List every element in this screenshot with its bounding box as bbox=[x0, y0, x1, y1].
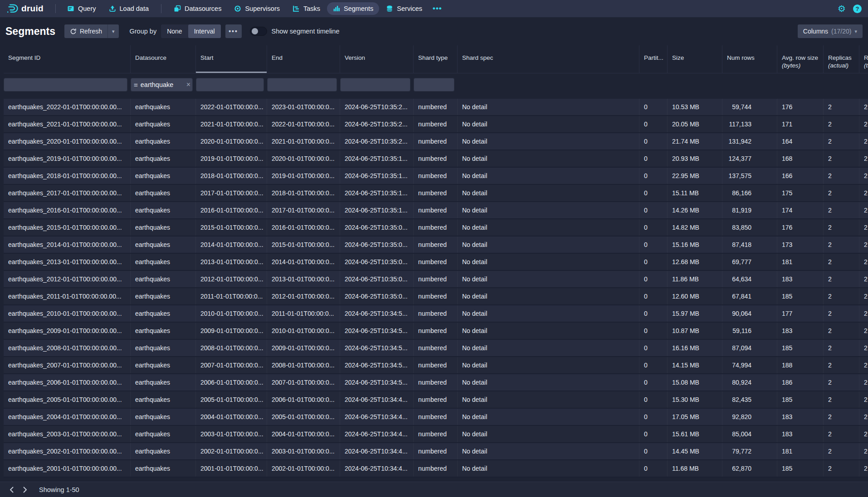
cell-avg_row_size[interactable]: 173 bbox=[777, 236, 824, 253]
cell-size[interactable]: 15.16 MB bbox=[668, 236, 722, 253]
cell-partition[interactable]: 0 bbox=[639, 271, 668, 287]
column-header-segment_id[interactable]: Segment ID bbox=[4, 45, 131, 73]
cell-segment_id[interactable]: earthquakes_2013-01-01T00:00:00.00... bbox=[4, 254, 131, 270]
cell-num_rows[interactable]: 131,942 bbox=[722, 133, 777, 150]
cell-version[interactable]: 2024-06-25T10:35:2... bbox=[340, 116, 414, 132]
cell-datasource[interactable]: earthquakes bbox=[131, 340, 196, 356]
cell-segment_id[interactable]: earthquakes_2008-01-01T00:00:00.00... bbox=[4, 340, 131, 356]
table-row[interactable]: earthquakes_2017-01-01T00:00:00.00...ear… bbox=[4, 185, 868, 202]
cell-num_rows[interactable]: 87,094 bbox=[722, 340, 777, 356]
cell-replicas[interactable]: 2 bbox=[824, 443, 859, 459]
cell-segment_id[interactable]: earthquakes_2003-01-01T00:00:00.00... bbox=[4, 426, 131, 442]
cell-end[interactable]: 2012-01-01T00:00:0... bbox=[267, 288, 340, 304]
cell-shard_spec[interactable]: No detail bbox=[458, 168, 639, 184]
cell-datasource[interactable]: earthquakes bbox=[131, 374, 196, 391]
cell-version[interactable]: 2024-06-25T10:35:0... bbox=[340, 236, 414, 253]
cell-datasource[interactable]: earthquakes bbox=[131, 99, 196, 115]
cell-num_rows[interactable]: 124,377 bbox=[722, 150, 777, 167]
cell-partition[interactable]: 0 bbox=[639, 185, 668, 201]
cell-datasource[interactable]: earthquakes bbox=[131, 288, 196, 304]
cell-segment_id[interactable]: earthquakes_2020-01-01T00:00:00.00... bbox=[4, 133, 131, 150]
cell-replication_factor[interactable]: 2 bbox=[859, 374, 868, 391]
cell-start[interactable]: 2011-01-01T00:00:0... bbox=[196, 288, 267, 304]
cell-replicas[interactable]: 2 bbox=[824, 116, 859, 132]
cell-shard_type[interactable]: numbered bbox=[414, 99, 458, 115]
cell-avg_row_size[interactable]: 168 bbox=[777, 150, 824, 167]
cell-shard_spec[interactable]: No detail bbox=[458, 426, 639, 442]
cell-size[interactable]: 15.97 MB bbox=[668, 305, 722, 322]
table-row[interactable]: earthquakes_2001-01-01T00:00:00.00...ear… bbox=[4, 460, 868, 478]
cell-size[interactable]: 15.61 MB bbox=[668, 426, 722, 442]
cell-start[interactable]: 2016-01-01T00:00:0... bbox=[196, 202, 267, 218]
cell-size[interactable]: 14.26 MB bbox=[668, 202, 722, 218]
cell-end[interactable]: 2005-01-01T00:00:0... bbox=[267, 409, 340, 425]
cell-datasource[interactable]: earthquakes bbox=[131, 409, 196, 425]
cell-datasource[interactable]: earthquakes bbox=[131, 116, 196, 132]
cell-size[interactable]: 22.95 MB bbox=[668, 168, 722, 184]
table-row[interactable]: earthquakes_2020-01-01T00:00:00.00...ear… bbox=[4, 133, 868, 150]
cell-start[interactable]: 2007-01-01T00:00:0... bbox=[196, 357, 267, 373]
cell-avg_row_size[interactable]: 176 bbox=[777, 99, 824, 115]
filter-input-version[interactable] bbox=[340, 78, 410, 92]
cell-segment_id[interactable]: earthquakes_2019-01-01T00:00:00.00... bbox=[4, 150, 131, 167]
cell-start[interactable]: 2005-01-01T00:00:0... bbox=[196, 391, 267, 408]
cell-datasource[interactable]: earthquakes bbox=[131, 426, 196, 442]
cell-partition[interactable]: 0 bbox=[639, 133, 668, 150]
cell-replicas[interactable]: 2 bbox=[824, 219, 859, 236]
table-row[interactable]: earthquakes_2004-01-01T00:00:00.00...ear… bbox=[4, 409, 868, 426]
cell-version[interactable]: 2024-06-25T10:35:2... bbox=[340, 133, 414, 150]
cell-avg_row_size[interactable]: 186 bbox=[777, 374, 824, 391]
cell-version[interactable]: 2024-06-25T10:35:0... bbox=[340, 271, 414, 287]
cell-shard_type[interactable]: numbered bbox=[414, 460, 458, 477]
cell-segment_id[interactable]: earthquakes_2006-01-01T00:00:00.00... bbox=[4, 374, 131, 391]
cell-avg_row_size[interactable]: 177 bbox=[777, 305, 824, 322]
cell-shard_type[interactable]: numbered bbox=[414, 254, 458, 270]
cell-num_rows[interactable]: 87,418 bbox=[722, 236, 777, 253]
cell-replication_factor[interactable]: 2 bbox=[859, 202, 868, 218]
cell-end[interactable]: 2006-01-01T00:00:0... bbox=[267, 391, 340, 408]
cell-avg_row_size[interactable]: 176 bbox=[777, 219, 824, 236]
cell-replicas[interactable]: 2 bbox=[824, 185, 859, 201]
cell-shard_type[interactable]: numbered bbox=[414, 426, 458, 442]
cell-num_rows[interactable]: 117,133 bbox=[722, 116, 777, 132]
cell-replicas[interactable]: 2 bbox=[824, 288, 859, 304]
cell-end[interactable]: 2009-01-01T00:00:0... bbox=[267, 340, 340, 356]
cell-shard_type[interactable]: numbered bbox=[414, 116, 458, 132]
cell-num_rows[interactable]: 59,744 bbox=[722, 99, 777, 115]
column-header-shard_type[interactable]: Shard type bbox=[414, 45, 458, 73]
table-row[interactable]: earthquakes_2002-01-01T00:00:00.00...ear… bbox=[4, 443, 868, 460]
cell-shard_spec[interactable]: No detail bbox=[458, 391, 639, 408]
cell-replicas[interactable]: 2 bbox=[824, 271, 859, 287]
cell-size[interactable]: 20.93 MB bbox=[668, 150, 722, 167]
cell-start[interactable]: 2004-01-01T00:00:0... bbox=[196, 409, 267, 425]
cell-start[interactable]: 2013-01-01T00:00:0... bbox=[196, 254, 267, 270]
table-row[interactable]: earthquakes_2005-01-01T00:00:00.00...ear… bbox=[4, 391, 868, 409]
columns-button[interactable]: Columns (17/20) ▾ bbox=[798, 24, 863, 38]
cell-avg_row_size[interactable]: 174 bbox=[777, 202, 824, 218]
cell-partition[interactable]: 0 bbox=[639, 150, 668, 167]
cell-end[interactable]: 2011-01-01T00:00:0... bbox=[267, 305, 340, 322]
filter-input-start[interactable] bbox=[196, 78, 264, 92]
cell-partition[interactable]: 0 bbox=[639, 374, 668, 391]
cell-version[interactable]: 2024-06-25T10:34:5... bbox=[340, 357, 414, 373]
cell-num_rows[interactable]: 85,004 bbox=[722, 426, 777, 442]
previous-page-button[interactable] bbox=[5, 484, 18, 496]
cell-start[interactable]: 2022-01-01T00:00:0... bbox=[196, 99, 267, 115]
cell-num_rows[interactable]: 86,166 bbox=[722, 185, 777, 201]
cell-shard_type[interactable]: numbered bbox=[414, 391, 458, 408]
cell-end[interactable]: 2021-01-01T00:00:0... bbox=[267, 133, 340, 150]
cell-replication_factor[interactable]: 2 bbox=[859, 391, 868, 408]
cell-size[interactable]: 15.08 MB bbox=[668, 374, 722, 391]
cell-replication_factor[interactable]: 2 bbox=[859, 271, 868, 287]
cell-shard_type[interactable]: numbered bbox=[414, 219, 458, 236]
cell-shard_type[interactable]: numbered bbox=[414, 357, 458, 373]
cell-avg_row_size[interactable]: 183 bbox=[777, 409, 824, 425]
table-row[interactable]: earthquakes_2006-01-01T00:00:00.00...ear… bbox=[4, 374, 868, 391]
cell-size[interactable]: 15.11 MB bbox=[668, 185, 722, 201]
cell-replicas[interactable]: 2 bbox=[824, 391, 859, 408]
table-row[interactable]: earthquakes_2018-01-01T00:00:00.00...ear… bbox=[4, 168, 868, 185]
cell-partition[interactable]: 0 bbox=[639, 391, 668, 408]
cell-num_rows[interactable]: 82,435 bbox=[722, 391, 777, 408]
nav-item-datasources[interactable]: Datasources bbox=[168, 2, 227, 15]
cell-avg_row_size[interactable]: 185 bbox=[777, 288, 824, 304]
